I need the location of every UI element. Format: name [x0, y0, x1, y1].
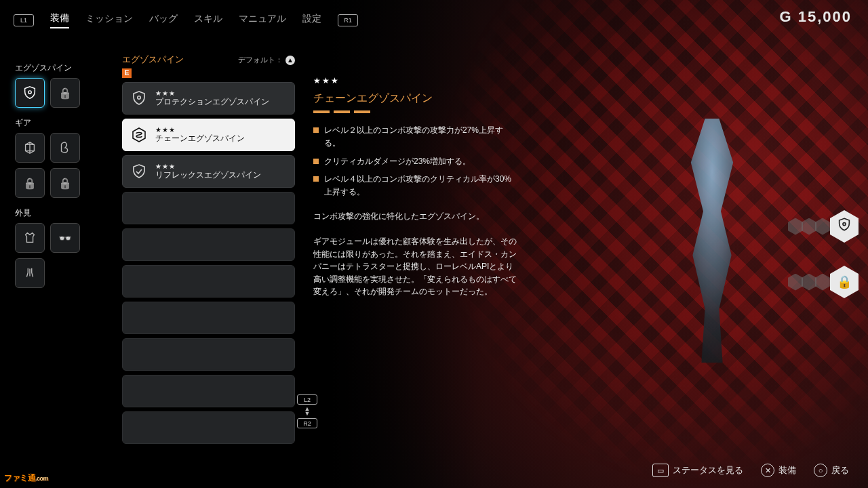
- l1-keycap: L1: [14, 14, 34, 26]
- module-hex-rail: 🔒: [788, 210, 857, 298]
- tab-settings[interactable]: 設定: [302, 13, 321, 28]
- top-tab-bar: L1 装備 ミッション バッグ スキル マニュアル 設定 R1: [14, 12, 358, 28]
- circle-button-icon: ○: [814, 464, 827, 477]
- watermark-suffix: .com: [35, 475, 48, 482]
- exospine-slot-1[interactable]: [15, 78, 45, 108]
- list-scroll-keys: L2 ▲▼ R2: [297, 394, 317, 428]
- item-name: リフレックスエグゾスパイン: [155, 171, 261, 180]
- tab-skill[interactable]: スキル: [194, 13, 222, 28]
- item-name: プロテクションエグゾスパイン: [155, 98, 269, 107]
- lock-icon: 🔒: [837, 274, 852, 289]
- exospine-slot-2-locked[interactable]: [50, 78, 80, 108]
- cmd-label: ステータスを見る: [673, 464, 743, 476]
- shield-gear-icon: [130, 89, 149, 108]
- currency-value: 15,000: [798, 8, 852, 25]
- bullet-icon: [313, 176, 319, 182]
- equipped-badge: E: [122, 68, 132, 78]
- scroll-arrows-icon: ▲▼: [304, 407, 311, 416]
- effect-text: クリティカルダメージが23%増加する。: [324, 155, 471, 168]
- triangle-button-icon: ▲: [285, 56, 295, 65]
- detail-title: チェーンエグゾスパイン: [313, 90, 517, 107]
- touchpad-icon: ▭: [652, 464, 669, 477]
- tab-mission[interactable]: ミッション: [85, 13, 133, 28]
- currency-label: G: [779, 8, 792, 25]
- lock-icon: [58, 177, 72, 190]
- category-sidebar: エグゾスパイン ギア 外見: [15, 53, 110, 288]
- bullet-icon: [313, 127, 319, 133]
- default-label: デフォルト：: [238, 55, 283, 65]
- list-item-empty: [122, 338, 295, 371]
- reflex-gear-icon: [130, 162, 149, 181]
- gear-slot-4-locked[interactable]: [50, 168, 80, 198]
- effect-row: クリティカルダメージが23%増加する。: [313, 155, 517, 168]
- watermark-brand: ファミ通: [4, 473, 35, 483]
- list-item-empty: [122, 228, 295, 261]
- list-item-empty: [122, 302, 295, 334]
- tab-bag[interactable]: バッグ: [149, 13, 178, 28]
- svg-point-3: [843, 223, 846, 226]
- appearance-slot-accessory[interactable]: [15, 258, 45, 288]
- source-watermark: ファミ通.com: [4, 472, 48, 484]
- effect-row: レベル４以上のコンボ攻撃のクリティカル率が30%上昇する。: [313, 173, 517, 198]
- item-detail-panel: ★★★ チェーンエグゾスパイン レベル２以上のコンボ攻撃の攻撃力が27%上昇する…: [313, 75, 517, 298]
- detail-stars: ★★★: [313, 75, 517, 87]
- cmd-view-status[interactable]: ▭ ステータスを見る: [652, 464, 743, 477]
- jacket-icon: [22, 230, 37, 245]
- item-name: チェーンエグゾスパイン: [155, 134, 245, 144]
- r2-keycap: R2: [297, 418, 317, 428]
- cmd-equip[interactable]: ✕ 装備: [761, 464, 796, 477]
- section-label-gear: ギア: [15, 117, 110, 129]
- detail-summary: コンボ攻撃の強化に特化したエグゾスパイン。: [313, 210, 517, 223]
- list-item-selected[interactable]: ★★★ チェーンエグゾスパイン: [122, 119, 295, 151]
- svg-point-0: [28, 91, 31, 94]
- currency-display: G 15,000: [779, 8, 852, 26]
- shield-gear-icon: [837, 218, 852, 236]
- gear-frame-icon: [22, 140, 37, 155]
- list-item-empty: [122, 411, 295, 444]
- gear-slot-1[interactable]: [15, 133, 45, 163]
- list-item-empty: [122, 375, 295, 407]
- cmd-label: 戻る: [831, 464, 849, 476]
- chain-gear-icon: [130, 125, 149, 144]
- list-item[interactable]: ★★★ リフレックスエグゾスパイン: [122, 155, 295, 188]
- detail-body: ギアモジュールは優れた顧客体験を生み出したが、その性能には限りがあった。それを踏…: [313, 235, 517, 298]
- l2-keycap: L2: [297, 394, 317, 405]
- glasses-icon: [58, 232, 72, 245]
- r1-keycap: R1: [338, 14, 358, 26]
- list-item-empty: [122, 265, 295, 298]
- cmd-label: 装備: [778, 464, 796, 476]
- list-title: エグゾスパイン: [122, 54, 184, 64]
- cross-button-icon: ✕: [761, 464, 774, 477]
- title-underline: [313, 110, 517, 113]
- footer-commands: ▭ ステータスを見る ✕ 装備 ○ 戻る: [652, 464, 849, 477]
- section-label-exospine: エグゾスパイン: [15, 62, 110, 74]
- section-label-appearance: 外見: [15, 207, 110, 219]
- appearance-slot-eyewear[interactable]: [50, 223, 80, 253]
- effect-row: レベル２以上のコンボ攻撃の攻撃力が27%上昇する。: [313, 124, 517, 149]
- svg-point-1: [138, 96, 140, 99]
- lock-icon: [23, 177, 37, 190]
- gear-slot-3-locked[interactable]: [15, 168, 45, 198]
- effect-text: レベル４以上のコンボ攻撃のクリティカル率が30%上昇する。: [324, 173, 517, 198]
- bullet-icon: [313, 159, 319, 164]
- gear-slot-2[interactable]: [50, 133, 80, 163]
- effect-text: レベル２以上のコンボ攻撃の攻撃力が27%上昇する。: [324, 124, 517, 149]
- default-sort[interactable]: デフォルト： ▲: [238, 55, 295, 65]
- tab-equipment[interactable]: 装備: [50, 12, 69, 28]
- lock-icon: [58, 87, 72, 100]
- earring-icon: [22, 266, 37, 281]
- list-item[interactable]: ★★★ プロテクションエグゾスパイン: [122, 82, 295, 115]
- list-item-empty: [122, 192, 295, 224]
- shield-gear-icon: [22, 85, 37, 100]
- tab-manual[interactable]: マニュアル: [239, 13, 286, 28]
- beta-ornament-icon: [58, 140, 73, 155]
- cmd-back[interactable]: ○ 戻る: [814, 464, 849, 477]
- exospine-list: エグゾスパイン E デフォルト： ▲ ★★★ プロテクションエグゾスパイン ★★…: [122, 53, 295, 448]
- module-slot-1[interactable]: [788, 210, 857, 243]
- module-slot-2-locked[interactable]: 🔒: [788, 266, 857, 298]
- appearance-slot-outfit[interactable]: [15, 223, 45, 253]
